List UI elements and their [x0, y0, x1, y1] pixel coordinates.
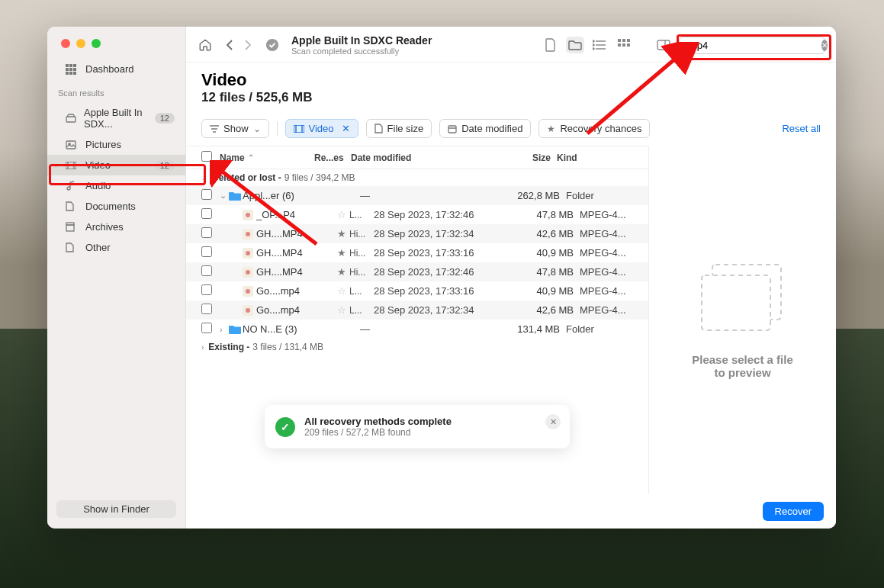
filter-recovery-chip[interactable]: ★ Recovery chances: [538, 119, 650, 138]
row-name: Go....mp4: [256, 304, 337, 316]
grid-icon: [66, 64, 78, 75]
col-date[interactable]: Date modified: [351, 153, 485, 163]
svg-rect-40: [448, 126, 456, 133]
row-kind: MPEG-4...: [580, 228, 633, 239]
col-kind[interactable]: Kind: [557, 153, 610, 163]
row-size: 131,4 MB: [494, 323, 566, 335]
back-button[interactable]: [221, 37, 238, 53]
video-file-icon: [243, 305, 256, 316]
table-row-file[interactable]: GH....MP4 ★ Hi... 28 Sep 2023, 17:32:46 …: [186, 262, 648, 281]
page-subtitle: 12 files / 525,6 MB: [201, 90, 821, 105]
close-toast-button[interactable]: ✕: [545, 414, 561, 429]
clear-search-button[interactable]: ✕: [821, 40, 828, 51]
row-date: 28 Sep 2023, 17:32:46: [374, 209, 508, 220]
sidebar: Dashboard Scan results Apple Built In SD…: [47, 27, 186, 529]
row-checkbox[interactable]: [201, 189, 212, 200]
view-folder-icon[interactable]: [566, 37, 584, 53]
row-checkbox[interactable]: [201, 227, 212, 238]
row-size: 262,8 MB: [494, 190, 566, 201]
view-list-icon[interactable]: [590, 37, 609, 53]
search-field[interactable]: ✕: [679, 37, 825, 54]
row-checkbox[interactable]: [201, 246, 212, 257]
view-grid-icon[interactable]: [615, 37, 633, 53]
table-row-file[interactable]: GH....MP4 ★ Hi... 28 Sep 2023, 17:32:34 …: [186, 224, 648, 243]
row-recovery: Hi...: [349, 267, 374, 278]
svg-rect-2: [73, 64, 76, 67]
row-kind: Folder: [566, 323, 619, 335]
table-row-folder[interactable]: › NO N...E (3) — 131,4 MB Folder: [186, 320, 648, 339]
show-dropdown[interactable]: Show ⌄: [201, 119, 269, 138]
row-kind: MPEG-4...: [580, 304, 633, 316]
svg-point-22: [593, 44, 594, 46]
row-date: —: [360, 190, 494, 201]
filter-filesize-chip[interactable]: File size: [366, 119, 432, 138]
sidebar-item-image[interactable]: Pictures: [47, 134, 185, 155]
search-input[interactable]: [689, 40, 817, 51]
chevron-right-icon: ›: [55, 161, 57, 169]
sidebar-item-other[interactable]: Other: [47, 237, 185, 258]
filter-icon: [210, 125, 219, 133]
row-recovery: Hi...: [349, 229, 374, 239]
chevron-icon[interactable]: ⌄: [220, 191, 229, 201]
row-name: NO N...E (3): [243, 323, 323, 335]
view-document-icon[interactable]: [542, 37, 560, 53]
sidebar-item-dashboard[interactable]: Dashboard: [47, 59, 185, 79]
sidebar-item-archive[interactable]: Archives: [47, 217, 185, 237]
toolbar-title-block: Apple Built In SDXC Reader Scan complete…: [291, 34, 432, 56]
show-in-finder-button[interactable]: Show in Finder: [56, 500, 176, 518]
chevron-right-icon: ›: [201, 343, 204, 352]
row-date: 28 Sep 2023, 17:32:46: [374, 266, 508, 278]
svg-rect-55: [702, 275, 770, 330]
table-row-file[interactable]: Go....mp4 ☆ L... 28 Sep 2023, 17:33:16 4…: [186, 281, 648, 300]
section-deleted[interactable]: ⌄ Deleted or lost - 9 files / 394,2 MB: [186, 169, 648, 186]
chevron-icon[interactable]: ›: [220, 325, 229, 334]
table-row-file[interactable]: Go....mp4 ☆ L... 28 Sep 2023, 17:32:34 4…: [186, 300, 648, 320]
reset-all-link[interactable]: Reset all: [782, 123, 821, 134]
sidebar-item-label: Pictures: [85, 139, 121, 150]
minimize-window-button[interactable]: [76, 39, 85, 48]
row-checkbox[interactable]: [201, 208, 212, 219]
row-checkbox[interactable]: [201, 284, 212, 295]
filter-datemod-chip[interactable]: Date modified: [439, 119, 531, 138]
svg-rect-28: [622, 43, 625, 47]
sidebar-item-drive[interactable]: Apple Built In SDX... 12: [47, 102, 185, 134]
sidebar-item-label: Video: [85, 159, 111, 171]
close-window-button[interactable]: [61, 39, 70, 48]
video-icon: [66, 162, 78, 169]
preview-text-2: to preview: [692, 366, 793, 379]
table-row-file[interactable]: _OP...P4 ☆ L... 28 Sep 2023, 17:32:46 47…: [186, 205, 648, 224]
sidebar-item-label: Documents: [85, 201, 136, 212]
section-existing[interactable]: › Existing - 3 files / 131,4 MB: [186, 339, 648, 355]
drive-icon: [66, 114, 76, 123]
preview-placeholder-icon: [697, 262, 789, 335]
col-name[interactable]: Name⌃: [220, 153, 314, 163]
sidebar-item-video[interactable]: › Video 12: [47, 155, 185, 175]
row-checkbox[interactable]: [201, 304, 212, 314]
row-date: 28 Sep 2023, 17:33:16: [374, 285, 508, 297]
row-checkbox[interactable]: [201, 265, 212, 276]
svg-rect-37: [294, 125, 304, 133]
svg-rect-24: [618, 39, 621, 42]
forward-button[interactable]: [239, 37, 256, 53]
folder-icon: [229, 325, 243, 334]
document-icon: [374, 124, 383, 133]
archive-icon: [66, 222, 78, 232]
table-row-folder[interactable]: ⌄ Appl...er (6) — 262,8 MB Folder: [186, 186, 648, 205]
select-all-checkbox[interactable]: [201, 151, 212, 162]
svg-point-45: [246, 232, 250, 236]
audio-icon: [66, 181, 78, 191]
sidebar-toggle-icon[interactable]: [654, 37, 673, 53]
filter-video-chip[interactable]: Video ✕: [285, 119, 358, 138]
sidebar-item-docs[interactable]: Documents: [47, 196, 185, 217]
close-icon[interactable]: ✕: [342, 123, 350, 134]
col-size[interactable]: Size: [485, 153, 557, 163]
home-button[interactable]: [197, 37, 214, 53]
col-recovery[interactable]: Re...es: [314, 153, 351, 163]
row-checkbox[interactable]: [201, 323, 212, 333]
sidebar-item-audio[interactable]: Audio: [47, 175, 185, 196]
maximize-window-button[interactable]: [92, 39, 101, 48]
recover-button[interactable]: Recover: [763, 502, 824, 521]
sidebar-item-label: Apple Built In SDX...: [84, 107, 147, 130]
star-icon: ★: [337, 247, 349, 259]
table-row-file[interactable]: GH....MP4 ★ Hi... 28 Sep 2023, 17:33:16 …: [186, 243, 648, 262]
